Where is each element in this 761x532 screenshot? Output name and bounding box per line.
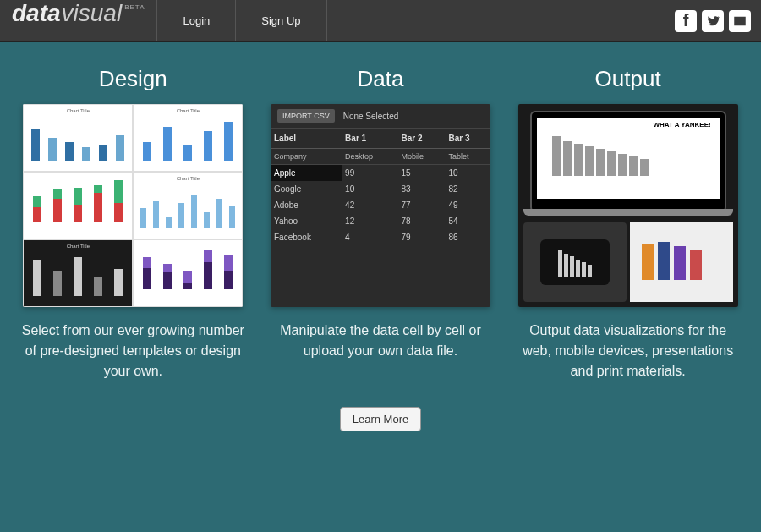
login-button[interactable]: Login bbox=[157, 0, 236, 41]
signup-button[interactable]: Sign Up bbox=[236, 0, 326, 41]
table-cell[interactable]: 77 bbox=[398, 197, 446, 213]
column-data: Data IMPORT CSV None Selected Label Bar … bbox=[266, 66, 495, 381]
table-row[interactable]: Facebook47986 bbox=[271, 229, 490, 245]
data-title: Data bbox=[358, 66, 404, 92]
th-bar1[interactable]: Bar 1 bbox=[342, 129, 397, 149]
sub-bar1[interactable]: Desktop bbox=[342, 149, 397, 165]
table-row[interactable]: Google108382 bbox=[271, 181, 490, 197]
table-cell[interactable]: 49 bbox=[445, 197, 490, 213]
table-cell[interactable]: 42 bbox=[342, 197, 397, 213]
table-cell[interactable]: 10 bbox=[445, 165, 490, 182]
table-cell[interactable]: 12 bbox=[342, 213, 397, 229]
laptop-mockup: WHAT A YANKEE! bbox=[530, 111, 726, 212]
column-output: Output WHAT A YANKEE! bbox=[514, 66, 742, 381]
brand-logo[interactable]: data visual BETA bbox=[0, 0, 157, 41]
mail-icon[interactable] bbox=[729, 10, 751, 32]
template-thumb[interactable]: Chart Title bbox=[133, 172, 243, 239]
th-bar3[interactable]: Bar 3 bbox=[445, 129, 490, 149]
table-cell[interactable]: 82 bbox=[445, 181, 490, 197]
sub-bar2[interactable]: Mobile bbox=[398, 149, 446, 165]
design-panel[interactable]: Chart Title Chart Title bbox=[23, 104, 243, 307]
import-csv-button[interactable]: IMPORT CSV bbox=[277, 109, 335, 123]
output-panel: WHAT A YANKEE! bbox=[518, 104, 738, 307]
brand-thin: visual bbox=[62, 0, 123, 27]
data-table[interactable]: Label Bar 1 Bar 2 Bar 3 Company Desktop … bbox=[271, 129, 490, 245]
output-headline: WHAT A YANKEE! bbox=[537, 118, 720, 129]
template-thumb[interactable] bbox=[133, 239, 243, 307]
th-label[interactable]: Label bbox=[271, 129, 342, 149]
design-desc: Select from our ever growing number of p… bbox=[19, 321, 247, 381]
facebook-icon[interactable]: f bbox=[675, 10, 697, 32]
table-row[interactable]: Yahoo127854 bbox=[271, 213, 490, 229]
table-cell[interactable]: 54 bbox=[445, 213, 490, 229]
output-title: Output bbox=[595, 66, 661, 92]
table-cell[interactable]: Google bbox=[271, 181, 342, 197]
learn-more-button[interactable]: Learn More bbox=[340, 407, 421, 431]
table-cell[interactable]: Facebook bbox=[271, 229, 342, 245]
table-cell[interactable]: 79 bbox=[398, 229, 446, 245]
selection-status: None Selected bbox=[343, 112, 399, 121]
phone-mockup bbox=[523, 222, 627, 302]
brand-bold: data bbox=[12, 0, 61, 27]
main-content: Design Chart Title Chart Title bbox=[0, 42, 761, 381]
table-cell[interactable]: 86 bbox=[445, 229, 490, 245]
template-thumb[interactable]: Chart Title bbox=[23, 104, 133, 172]
topbar: data visual BETA Login Sign Up f bbox=[0, 0, 761, 42]
twitter-icon[interactable] bbox=[702, 10, 724, 32]
table-cell[interactable]: 10 bbox=[342, 181, 397, 197]
data-panel[interactable]: IMPORT CSV None Selected Label Bar 1 Bar… bbox=[271, 104, 490, 307]
social-links: f bbox=[675, 0, 761, 41]
table-cell[interactable]: 99 bbox=[342, 165, 397, 182]
template-thumb[interactable] bbox=[23, 172, 133, 239]
output-desc: Output data visualizations for the web, … bbox=[514, 321, 742, 381]
design-title: Design bbox=[99, 66, 167, 92]
sub-label[interactable]: Company bbox=[271, 149, 342, 165]
table-row[interactable]: Apple991510 bbox=[271, 165, 490, 182]
table-row[interactable]: Adobe427749 bbox=[271, 197, 490, 213]
print-mockup bbox=[630, 222, 733, 302]
table-cell[interactable]: 83 bbox=[398, 181, 446, 197]
template-thumb[interactable]: Chart Title bbox=[23, 239, 133, 307]
table-cell[interactable]: 15 bbox=[398, 165, 446, 182]
table-cell[interactable]: Adobe bbox=[271, 197, 342, 213]
th-bar2[interactable]: Bar 2 bbox=[398, 129, 446, 149]
table-cell[interactable]: 4 bbox=[342, 229, 397, 245]
brand-beta: BETA bbox=[124, 3, 145, 11]
column-design: Design Chart Title Chart Title bbox=[19, 66, 247, 381]
table-cell[interactable]: Apple bbox=[271, 165, 342, 182]
table-cell[interactable]: Yahoo bbox=[271, 213, 342, 229]
sub-bar3[interactable]: Tablet bbox=[445, 149, 490, 165]
table-cell[interactable]: 78 bbox=[398, 213, 446, 229]
data-desc: Manipulate the data cell by cell or uplo… bbox=[266, 321, 495, 361]
template-thumb[interactable]: Chart Title bbox=[133, 104, 243, 172]
